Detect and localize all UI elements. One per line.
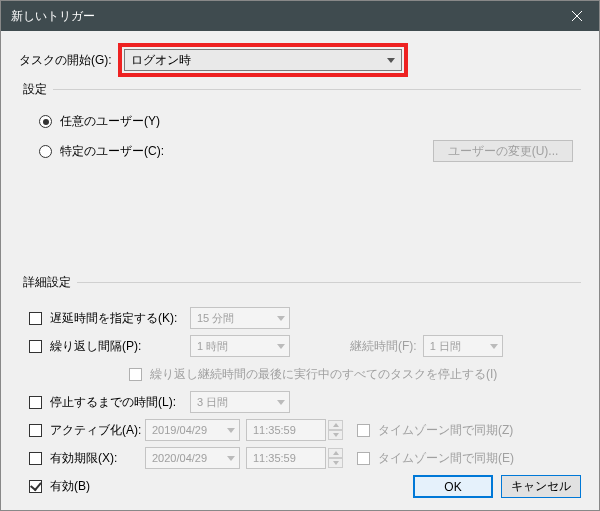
repeat-combo: 1 時間	[190, 335, 290, 357]
spin-down-icon	[328, 430, 343, 440]
activate-time-value: 11:35:59	[253, 424, 321, 436]
delay-value: 15 分間	[197, 311, 277, 326]
expire-time-picker: 11:35:59	[246, 447, 326, 469]
settings-group-label: 設定	[23, 81, 47, 98]
activate-date-picker: 2019/04/29	[145, 419, 240, 441]
chevron-down-icon	[490, 344, 498, 349]
close-button[interactable]	[554, 1, 599, 31]
stop-after-combo: 3 日間	[190, 391, 290, 413]
delay-label: 遅延時間を指定する(K):	[50, 310, 190, 327]
tz-sync-z-checkbox	[357, 424, 370, 437]
change-user-button: ユーザーの変更(U)...	[433, 140, 573, 162]
chevron-down-icon	[387, 58, 395, 63]
repeat-checkbox[interactable]	[29, 340, 42, 353]
begin-task-value: ログオン時	[131, 52, 387, 69]
enabled-label: 有効(B)	[50, 478, 90, 495]
titlebar: 新しいトリガー	[1, 1, 599, 31]
expire-checkbox[interactable]	[29, 452, 42, 465]
ok-button-label: OK	[444, 480, 461, 494]
activate-time-spinner	[328, 420, 343, 440]
chevron-down-icon	[227, 428, 235, 433]
repeat-value: 1 時間	[197, 339, 277, 354]
divider	[53, 89, 581, 90]
specific-user-radio[interactable]	[39, 145, 52, 158]
ok-button[interactable]: OK	[413, 475, 493, 498]
any-user-label: 任意のユーザー(Y)	[60, 113, 160, 130]
activate-date-value: 2019/04/29	[152, 424, 227, 436]
enabled-checkbox[interactable]	[29, 480, 42, 493]
activate-label: アクティブ化(A):	[50, 422, 145, 439]
stop-all-checkbox	[129, 368, 142, 381]
chevron-down-icon	[277, 400, 285, 405]
spin-up-icon	[328, 448, 343, 458]
highlight-box: ログオン時	[118, 43, 408, 77]
activate-time-picker: 11:35:59	[246, 419, 326, 441]
delay-combo: 15 分間	[190, 307, 290, 329]
window-title: 新しいトリガー	[11, 8, 554, 25]
chevron-down-icon	[277, 316, 285, 321]
begin-task-label: タスクの開始(G):	[19, 52, 112, 69]
duration-value: 1 日間	[430, 339, 490, 354]
stop-after-label: 停止するまでの時間(L):	[50, 394, 190, 411]
expire-time-spinner	[328, 448, 343, 468]
cancel-button-label: キャンセル	[511, 478, 571, 495]
stop-after-value: 3 日間	[197, 395, 277, 410]
cancel-button[interactable]: キャンセル	[501, 475, 581, 498]
advanced-group-label: 詳細設定	[23, 274, 71, 291]
activate-checkbox[interactable]	[29, 424, 42, 437]
tz-sync-e-label: タイムゾーン間で同期(E)	[378, 450, 514, 467]
close-icon	[572, 11, 582, 21]
any-user-radio[interactable]	[39, 115, 52, 128]
begin-task-dropdown[interactable]: ログオン時	[124, 49, 402, 71]
spin-up-icon	[328, 420, 343, 430]
duration-combo: 1 日間	[423, 335, 503, 357]
chevron-down-icon	[227, 456, 235, 461]
dialog-window: 新しいトリガー タスクの開始(G): ログオン時 設定 任意のユー	[0, 0, 600, 511]
expire-label: 有効期限(X):	[50, 450, 145, 467]
expire-date-picker: 2020/04/29	[145, 447, 240, 469]
stop-after-checkbox[interactable]	[29, 396, 42, 409]
delay-checkbox[interactable]	[29, 312, 42, 325]
expire-date-value: 2020/04/29	[152, 452, 227, 464]
change-user-button-label: ユーザーの変更(U)...	[448, 143, 559, 160]
tz-sync-z-label: タイムゾーン間で同期(Z)	[378, 422, 513, 439]
stop-all-label: 繰り返し継続時間の最後に実行中のすべてのタスクを停止する(I)	[150, 366, 497, 383]
duration-label: 継続時間(F):	[350, 338, 417, 355]
specific-user-label: 特定のユーザー(C):	[60, 143, 170, 160]
tz-sync-e-checkbox	[357, 452, 370, 465]
expire-time-value: 11:35:59	[253, 452, 321, 464]
repeat-label: 繰り返し間隔(P):	[50, 338, 190, 355]
spin-down-icon	[328, 458, 343, 468]
divider	[77, 282, 581, 283]
chevron-down-icon	[277, 344, 285, 349]
